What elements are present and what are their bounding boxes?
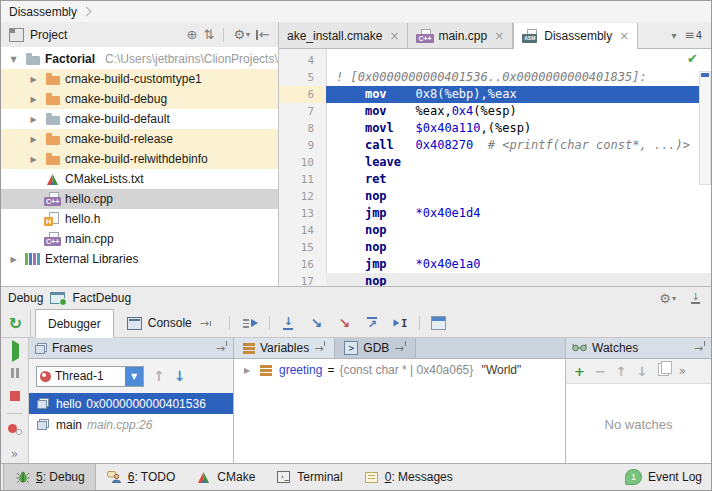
tree-item-main-cpp[interactable]: C++main.cpp <box>1 229 278 249</box>
tree-item-cmake-build-customtype1[interactable]: ▶cmake-build-customtype1 <box>1 69 278 89</box>
tree-collapsed-arrow-icon[interactable]: ▶ <box>27 135 40 144</box>
hide-debug-panel-icon[interactable]: ↓ <box>691 293 700 304</box>
step-into-button[interactable]: ↘ <box>304 312 329 334</box>
frame-row-main[interactable]: mainmain.cpp:26 <box>29 414 233 435</box>
expand-arrow-icon[interactable]: ▶ <box>242 366 252 375</box>
tree-item-cmake-build-release[interactable]: ▶cmake-build-release <box>1 129 278 149</box>
event-log-button[interactable]: 1 Event Log <box>625 464 711 490</box>
tabs-dropdown-icon[interactable]: ▾ <box>672 29 677 42</box>
tab-gdb[interactable]: > GDB → <box>335 338 415 358</box>
code-line-17[interactable]: 17 nop <box>279 273 711 286</box>
code-line-14[interactable]: 14 nop <box>279 222 711 239</box>
line-number[interactable]: 5 <box>279 69 326 86</box>
evaluate-expression-button[interactable] <box>426 312 451 334</box>
step-out-button[interactable]: ↗ <box>360 312 385 334</box>
tree-item-hello-cpp[interactable]: C++hello.cpp <box>1 189 278 209</box>
tree-item-hello-h[interactable]: Hhello.h <box>1 209 278 229</box>
code-line-5[interactable]: 5! [0x0000000000401536..0x00000000004018… <box>279 69 711 86</box>
editor-tab-disassembly[interactable]: ASMDisassembly× <box>513 23 638 49</box>
thread-dropdown-icon[interactable]: ▼ <box>125 367 143 386</box>
close-tab-icon[interactable]: × <box>619 29 629 43</box>
code-line-10[interactable]: 10 leave <box>279 154 711 171</box>
rerun-button[interactable]: ↻ <box>1 309 31 337</box>
line-number[interactable]: 11 <box>279 171 326 188</box>
stop-button[interactable] <box>10 390 20 404</box>
code-line-12[interactable]: 12 nop <box>279 188 711 205</box>
line-number[interactable]: 6 <box>279 86 326 103</box>
code-line-4[interactable]: 4 <box>279 52 711 69</box>
line-number[interactable]: 8 <box>279 120 326 137</box>
editor-tab-ake-install-cmake[interactable]: ake_install.cmake× <box>279 23 408 48</box>
remove-watch-button[interactable]: − <box>595 364 606 379</box>
toolwindow-button-terminal[interactable]: ›_Terminal <box>265 464 352 490</box>
inspections-ok-icon[interactable]: ✔ <box>687 51 698 66</box>
line-number[interactable]: 14 <box>279 222 326 239</box>
tree-expanded-arrow-icon[interactable]: ▼ <box>7 55 20 64</box>
debug-tab-console[interactable]: Console→ <box>114 309 226 337</box>
settings-gear-icon[interactable]: ⚙▾ <box>233 28 250 41</box>
pin-icon[interactable]: → <box>394 341 405 355</box>
move-down-button[interactable]: ↓ <box>637 364 648 379</box>
code-line-11[interactable]: 11 ret <box>279 171 711 188</box>
step-over-button[interactable]: ↓ <box>276 312 301 334</box>
line-number[interactable]: 4 <box>279 52 326 69</box>
tree-collapsed-arrow-icon[interactable]: ▶ <box>7 255 20 264</box>
code-line-8[interactable]: 8 movl $0x40a110,(%esp) <box>279 120 711 137</box>
add-watch-button[interactable]: + <box>574 364 585 379</box>
locate-file-icon[interactable]: ⊕ <box>187 28 198 41</box>
line-number[interactable]: 13 <box>279 205 326 222</box>
previous-frame-button[interactable]: ↑ <box>153 368 165 384</box>
code-line-15[interactable]: 15 nop <box>279 239 711 256</box>
hide-panel-icon[interactable]: ← <box>256 28 270 41</box>
toolwindow-button-0-messages[interactable]: 0: Messages <box>353 464 463 490</box>
tree-item-factorial[interactable]: ▼FactorialC:\Users\jetbrains\ClionProjec… <box>1 49 278 69</box>
more-button[interactable]: » <box>11 447 18 461</box>
code-line-6[interactable]: 6 mov 0x8(%ebp),%eax <box>279 86 711 103</box>
line-number[interactable]: 16 <box>279 256 326 273</box>
pin-icon[interactable]: → <box>197 317 214 330</box>
code-line-16[interactable]: 16 jmp *0x40e1a0 <box>279 256 711 273</box>
line-number[interactable]: 12 <box>279 188 326 205</box>
line-number[interactable]: 10 <box>279 154 326 171</box>
tree-item-cmake-build-relwithdebinfo[interactable]: ▶cmake-build-relwithdebinfo <box>1 149 278 169</box>
editor-scrollbar[interactable] <box>699 71 711 185</box>
force-step-into-button[interactable]: ↘ <box>332 312 357 334</box>
tree-collapsed-arrow-icon[interactable]: ▶ <box>27 95 40 104</box>
line-number[interactable]: 17 <box>279 273 326 286</box>
pin-icon[interactable]: → <box>314 341 325 355</box>
code-line-7[interactable]: 7 mov %eax,0x4(%esp) <box>279 103 711 120</box>
tree-item-cmakelists-txt[interactable]: CMakeLists.txt <box>1 169 278 189</box>
tab-variables[interactable]: Variables → <box>234 338 335 358</box>
expand-collapse-icon[interactable]: ⇅ <box>204 28 215 41</box>
show-execution-point-button[interactable] <box>238 312 263 334</box>
toolwindow-button-6-todo[interactable]: 6: TODO <box>96 464 186 490</box>
variable-row-greeting[interactable]: ▶greeting = {const char * | 0x40a065} "W… <box>234 359 565 381</box>
more-button[interactable]: » <box>679 364 686 378</box>
next-frame-button[interactable]: ↓ <box>174 368 186 384</box>
resume-button[interactable] <box>10 344 19 358</box>
code-line-13[interactable]: 13 jmp *0x40e1d4 <box>279 205 711 222</box>
breadcrumb-item[interactable]: Disassembly <box>9 5 77 19</box>
view-breakpoints-button[interactable] <box>8 423 22 438</box>
tree-collapsed-arrow-icon[interactable]: ▶ <box>27 155 40 164</box>
pin-icon[interactable]: → <box>216 341 227 355</box>
show-tabs-list-icon[interactable]: ≡4 <box>685 29 702 42</box>
line-number[interactable]: 9 <box>279 137 326 154</box>
debug-tab-debugger[interactable]: Debugger <box>35 309 114 338</box>
line-number[interactable]: 7 <box>279 103 326 120</box>
code-line-9[interactable]: 9 call 0x408270 # <printf(char const*, .… <box>279 137 711 154</box>
toolwindow-button-cmake[interactable]: CMake <box>185 464 265 490</box>
pin-icon[interactable]: → <box>694 341 705 355</box>
tree-collapsed-arrow-icon[interactable]: ▶ <box>27 75 40 84</box>
tree-item-external-libraries[interactable]: ▶External Libraries <box>1 249 278 269</box>
tree-collapsed-arrow-icon[interactable]: ▶ <box>27 115 40 124</box>
close-tab-icon[interactable]: × <box>494 29 504 43</box>
tree-item-cmake-build-debug[interactable]: ▶cmake-build-debug <box>1 89 278 109</box>
pause-button[interactable] <box>10 367 20 381</box>
close-tab-icon[interactable]: × <box>389 29 399 43</box>
line-number[interactable]: 15 <box>279 239 326 256</box>
editor-tab-main-cpp[interactable]: C++main.cpp× <box>408 23 513 48</box>
toolwindow-button-5-debug[interactable]: 5: Debug <box>3 464 96 490</box>
tree-item-cmake-build-default[interactable]: ▶cmake-build-default <box>1 109 278 129</box>
thread-selector[interactable]: Thread-1 ▼ <box>36 366 144 387</box>
